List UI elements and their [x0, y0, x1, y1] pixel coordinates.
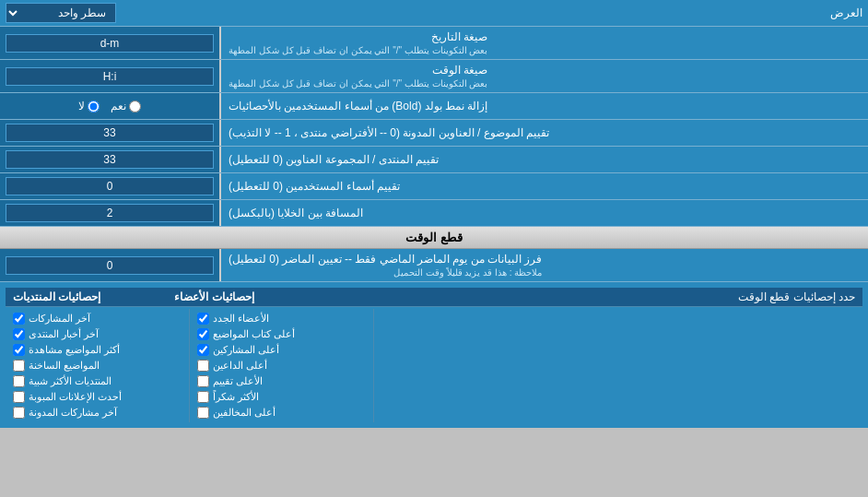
- check-members-thankful[interactable]: الأكثر شكراً: [194, 389, 369, 405]
- bold-remove-yes-radio[interactable]: [129, 101, 141, 112]
- check-members-callers[interactable]: أعلى الداعين: [194, 358, 369, 373]
- user-names-input[interactable]: [6, 177, 214, 195]
- check-members-writers[interactable]: أعلى كتاب المواضيع: [194, 326, 369, 342]
- checkbox-forum-news[interactable]: [13, 328, 25, 340]
- time-format-input[interactable]: [6, 67, 214, 86]
- checkbox-forum-last-posts[interactable]: [13, 313, 25, 325]
- checkbox-members-callers[interactable]: [197, 360, 209, 372]
- topic-ordering-input[interactable]: [6, 124, 214, 142]
- cell-distance-input-cell: [0, 200, 221, 226]
- stats-spacer: [374, 309, 862, 422]
- col2-title: إحصائيات الأعضاء: [174, 290, 253, 303]
- display-mode-select[interactable]: سطر واحد: [6, 3, 116, 23]
- cell-distance-row: المسافة بين الخلايا (بالبكسل): [0, 200, 868, 227]
- check-members-new[interactable]: الأعضاء الجدد: [194, 311, 369, 326]
- checkbox-members-writers[interactable]: [197, 328, 209, 340]
- user-names-row: تقييم أسماء المستخدمين (0 للتعطيل): [0, 173, 868, 200]
- bold-remove-row: إزالة نمط بولد (Bold) من أسماء المستخدمي…: [0, 93, 868, 120]
- top-row-select-container[interactable]: سطر واحد: [6, 3, 116, 23]
- bold-remove-yes-label[interactable]: نعم: [111, 100, 141, 112]
- forum-stats-col: آخر المشاركات آخر أخبار المنتدى أكثر الم…: [6, 309, 190, 422]
- check-members-rated[interactable]: الأعلى تقييم: [194, 373, 369, 389]
- time-cut-row: فرز البيانات من يوم الماضر الماضي فقط --…: [0, 249, 868, 282]
- check-forum-hot[interactable]: المواضيع الساخنة: [9, 358, 185, 373]
- time-format-row: صيغة الوقت بعض التكوينات يتطلب "/" التي …: [0, 60, 868, 93]
- user-names-label: تقييم أسماء المستخدمين (0 للتعطيل): [221, 173, 868, 199]
- time-format-label: صيغة الوقت بعض التكوينات يتطلب "/" التي …: [221, 60, 868, 92]
- topic-ordering-row: تقييم الموضوع / العناوين المدونة (0 -- ا…: [0, 120, 868, 147]
- date-format-row: صيغة التاريخ بعض التكوينات يتطلب "/" الت…: [0, 27, 868, 60]
- forum-ordering-input[interactable]: [6, 150, 214, 169]
- checkbox-forum-hot[interactable]: [13, 360, 25, 372]
- check-members-violators[interactable]: أعلى المخالفين: [194, 405, 369, 420]
- forum-ordering-label: تقييم المنتدى / المجموعة العناوين (0 للت…: [221, 147, 868, 172]
- check-forum-news[interactable]: آخر أخبار المنتدى: [9, 326, 185, 342]
- col1-title: إحصائيات المنتديات: [13, 290, 100, 303]
- checkbox-forum-ads[interactable]: [13, 391, 25, 403]
- user-names-input-cell: [0, 173, 221, 199]
- top-row: العرض سطر واحد: [0, 0, 868, 27]
- checkboxes-section: حدد إحصائيات قطع الوقت إحصائيات الأعضاء …: [0, 282, 868, 428]
- bold-remove-label: إزالة نمط بولد (Bold) من أسماء المستخدمي…: [221, 93, 868, 119]
- checkbox-forum-blog[interactable]: [13, 407, 25, 419]
- time-cut-input-cell: [0, 249, 221, 281]
- topic-ordering-label: تقييم الموضوع / العناوين المدونة (0 -- ا…: [221, 120, 868, 146]
- forum-ordering-row: تقييم المنتدى / المجموعة العناوين (0 للت…: [0, 147, 868, 173]
- checkbox-members-rated[interactable]: [197, 375, 209, 387]
- time-cut-header: قطع الوقت: [0, 227, 868, 249]
- time-cut-input[interactable]: [6, 256, 214, 275]
- cell-distance-label: المسافة بين الخلايا (بالبكسل): [221, 200, 868, 226]
- check-forum-most-viewed[interactable]: أكثر المواضيع مشاهدة: [9, 342, 185, 358]
- time-format-input-cell: [0, 60, 221, 92]
- checkbox-members-posters[interactable]: [197, 344, 209, 356]
- bold-remove-radio-cell: نعم لا: [0, 93, 221, 119]
- check-members-posters[interactable]: أعلى المشاركين: [194, 342, 369, 358]
- check-forum-blog[interactable]: آخر مشاركات المدونة: [9, 405, 185, 420]
- time-cut-label: فرز البيانات من يوم الماضر الماضي فقط --…: [221, 249, 868, 281]
- checkbox-forum-most-viewed[interactable]: [13, 344, 25, 356]
- cell-distance-input[interactable]: [6, 204, 214, 222]
- topic-ordering-input-cell: [0, 120, 221, 146]
- members-stats-col: الأعضاء الجدد أعلى كتاب المواضيع أعلى ال…: [190, 309, 374, 422]
- check-forum-ads[interactable]: أحدث الإعلانات المبوبة: [9, 389, 185, 405]
- bold-remove-no-label[interactable]: لا: [78, 100, 100, 112]
- check-forum-similar[interactable]: المنتديات الأكثر شبية: [9, 373, 185, 389]
- top-row-label: العرض: [116, 6, 862, 19]
- forum-ordering-input-cell: [0, 147, 221, 172]
- check-forum-last-posts[interactable]: آخر المشاركات: [9, 311, 185, 326]
- date-format-input-cell: [0, 27, 221, 59]
- checkboxes-body: الأعضاء الجدد أعلى كتاب المواضيع أعلى ال…: [6, 309, 862, 422]
- checkbox-members-thankful[interactable]: [197, 391, 209, 403]
- stats-title-right: حدد إحصائيات قطع الوقت: [254, 290, 855, 303]
- date-format-label: صيغة التاريخ بعض التكوينات يتطلب "/" الت…: [221, 27, 868, 59]
- date-format-input[interactable]: [6, 34, 214, 53]
- checkbox-members-new[interactable]: [197, 313, 209, 325]
- bold-remove-no-radio[interactable]: [88, 101, 100, 112]
- checkbox-members-violators[interactable]: [197, 407, 209, 419]
- checkbox-forum-similar[interactable]: [13, 375, 25, 387]
